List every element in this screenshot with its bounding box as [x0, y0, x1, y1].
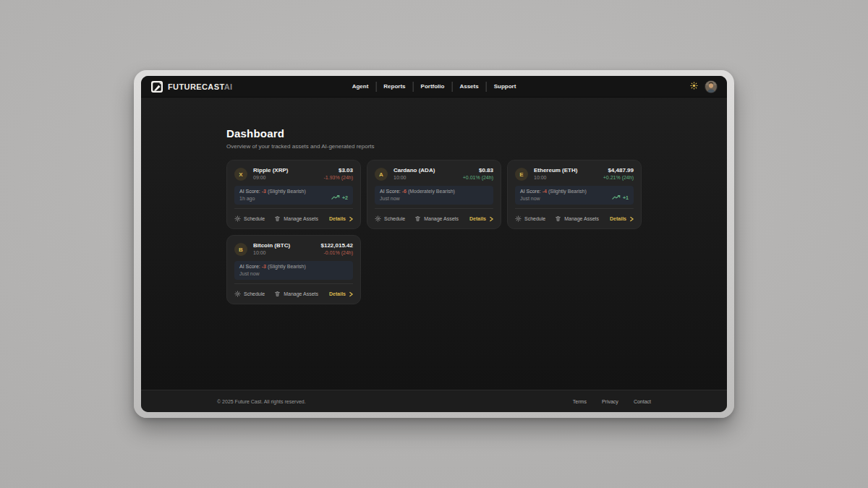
manage-assets-button[interactable]: Manage Assets: [414, 215, 459, 222]
schedule-button[interactable]: Schedule: [375, 215, 405, 222]
dashboard-page: Dashboard Overview of your tracked asset…: [141, 98, 727, 390]
gear-icon: [234, 215, 241, 222]
asset-card-actions: Schedule Manage Assets Details: [234, 283, 353, 304]
details-button[interactable]: Details: [469, 216, 493, 222]
chevron-right-icon: [490, 216, 493, 222]
ai-score-updated: Just now: [239, 271, 306, 276]
asset-card-header: E Ethereum (ETH) 10:00 $4,487.99 +0.21% …: [515, 167, 634, 181]
asset-card-header: A Cardano (ADA) 10:00 $0.83 +0.01% (24h): [375, 167, 493, 181]
theme-toggle-button[interactable]: [690, 81, 698, 92]
asset-card: X Ripple (XRP) 09:00 $3.03 -1.93% (24h) …: [226, 160, 361, 229]
ai-score-sentiment: (Slightly Bearish): [268, 264, 306, 269]
ai-score-updated: 1h ago: [239, 196, 306, 201]
schedule-button[interactable]: Schedule: [515, 215, 545, 222]
trend-value: +1: [623, 195, 629, 200]
copyright: © 2025 Future Cast. All rights reserved.: [217, 399, 306, 404]
avatar[interactable]: [705, 81, 717, 93]
asset-name: Ethereum (ETH): [534, 167, 577, 174]
asset-card-actions: Schedule Manage Assets Details: [515, 208, 634, 228]
manage-assets-button[interactable]: Manage Assets: [274, 291, 318, 297]
details-label: Details: [329, 291, 346, 296]
asset-symbol-badge: B: [234, 243, 247, 256]
brand-suffix: AI: [224, 82, 233, 91]
chevron-right-icon: [349, 216, 353, 222]
details-button[interactable]: Details: [329, 216, 353, 222]
schedule-button[interactable]: Schedule: [234, 215, 265, 222]
nav-item[interactable]: Reports: [375, 82, 412, 92]
ai-score-label: AI Score:: [239, 189, 260, 194]
asset-price-block: $122,015.42 -0.01% (24h): [321, 242, 354, 255]
ai-score-panel: AI Score: -4 (Slightly Bearish) Just now…: [515, 186, 634, 205]
asset-title-block: Ripple (XRP) 09:00: [253, 167, 288, 180]
schedule-button[interactable]: Schedule: [234, 291, 265, 297]
nav-item[interactable]: Assets: [451, 82, 485, 92]
ai-score-text: AI Score: -3 (Slightly Bearish) 1h ago: [239, 189, 306, 201]
nav-item[interactable]: Portfolio: [413, 82, 452, 92]
asset-symbol-badge: A: [375, 168, 388, 181]
ai-score-panel: AI Score: -6 (Moderately Bearish) Just n…: [375, 186, 493, 205]
sun-icon: [690, 81, 698, 92]
asset-card-header: B Bitcoin (BTC) 10:00 $122,015.42 -0.01%…: [234, 242, 353, 256]
asset-name: Cardano (ADA): [393, 167, 435, 174]
schedule-label: Schedule: [384, 216, 405, 221]
asset-price: $122,015.42: [321, 242, 354, 249]
nav-item[interactable]: Agent: [345, 82, 376, 92]
ai-score-text: AI Score: -4 (Slightly Bearish) Just now: [520, 189, 587, 201]
desktop-background: FUTURECASTAI Agent Reports Portfolio Ass…: [0, 0, 868, 488]
trash-icon: [274, 291, 281, 297]
ai-score-label: AI Score:: [520, 189, 541, 194]
asset-card-header: X Ripple (XRP) 09:00 $3.03 -1.93% (24h): [234, 167, 353, 181]
asset-change: +0.01% (24h): [463, 175, 493, 180]
ai-score-label: AI Score:: [239, 264, 260, 269]
ai-score-value: -6: [402, 189, 407, 194]
gear-icon: [375, 215, 381, 222]
nav-item[interactable]: Support: [486, 82, 524, 92]
footer-link[interactable]: Privacy: [602, 399, 618, 404]
brand-logo-icon: [151, 81, 163, 93]
details-button[interactable]: Details: [329, 291, 353, 297]
ai-score-text: AI Score: -3 (Slightly Bearish) Just now: [239, 264, 306, 276]
schedule-label: Schedule: [244, 291, 265, 296]
ai-score-sentiment: (Slightly Bearish): [548, 189, 587, 194]
ai-score-updated: Just now: [380, 196, 455, 201]
asset-card-actions: Schedule Manage Assets Details: [234, 208, 353, 228]
asset-time: 10:00: [534, 175, 577, 180]
asset-card: E Ethereum (ETH) 10:00 $4,487.99 +0.21% …: [507, 160, 642, 229]
ai-score-value: -4: [542, 189, 547, 194]
brand-logo[interactable]: FUTURECASTAI: [151, 81, 233, 93]
trend-indicator: +1: [612, 194, 629, 201]
asset-price-block: $3.03 -1.93% (24h): [324, 167, 353, 180]
asset-name: Ripple (XRP): [253, 167, 288, 174]
asset-price-block: $0.83 +0.01% (24h): [463, 167, 493, 180]
asset-price: $0.83: [463, 167, 493, 174]
ai-score-label: AI Score:: [380, 189, 401, 194]
manage-assets-button[interactable]: Manage Assets: [274, 215, 318, 222]
asset-title-block: Ethereum (ETH) 10:00: [534, 167, 577, 180]
manage-assets-label: Manage Assets: [424, 216, 459, 221]
asset-card-actions: Schedule Manage Assets Details: [375, 208, 493, 228]
chevron-right-icon: [349, 291, 353, 297]
manage-assets-button[interactable]: Manage Assets: [555, 215, 599, 222]
ai-score-panel: AI Score: -3 (Slightly Bearish) 1h ago +…: [234, 186, 353, 205]
ai-score-panel: AI Score: -3 (Slightly Bearish) Just now: [234, 261, 353, 280]
page-subtitle: Overview of your tracked assets and AI-g…: [226, 143, 642, 150]
ai-score-sentiment: (Moderately Bearish): [408, 189, 455, 194]
details-label: Details: [329, 216, 346, 221]
asset-change: -1.93% (24h): [324, 175, 353, 180]
manage-assets-label: Manage Assets: [284, 216, 318, 221]
schedule-label: Schedule: [244, 216, 265, 221]
ai-score-text: AI Score: -6 (Moderately Bearish) Just n…: [380, 189, 455, 201]
footer-link[interactable]: Terms: [573, 399, 587, 404]
app-frame: FUTURECASTAI Agent Reports Portfolio Ass…: [141, 76, 727, 412]
footer-link[interactable]: Contact: [634, 399, 651, 404]
manage-assets-label: Manage Assets: [564, 216, 599, 221]
brand-name: FUTURECASTAI: [168, 82, 233, 91]
gear-icon: [515, 215, 522, 222]
asset-symbol-badge: X: [234, 168, 247, 181]
asset-title-block: Bitcoin (BTC) 10:00: [253, 242, 290, 255]
schedule-label: Schedule: [524, 216, 545, 221]
asset-change: -0.01% (24h): [321, 250, 354, 255]
app-window: FUTURECASTAI Agent Reports Portfolio Ass…: [134, 70, 734, 418]
trash-icon: [414, 215, 421, 222]
details-button[interactable]: Details: [610, 216, 634, 222]
